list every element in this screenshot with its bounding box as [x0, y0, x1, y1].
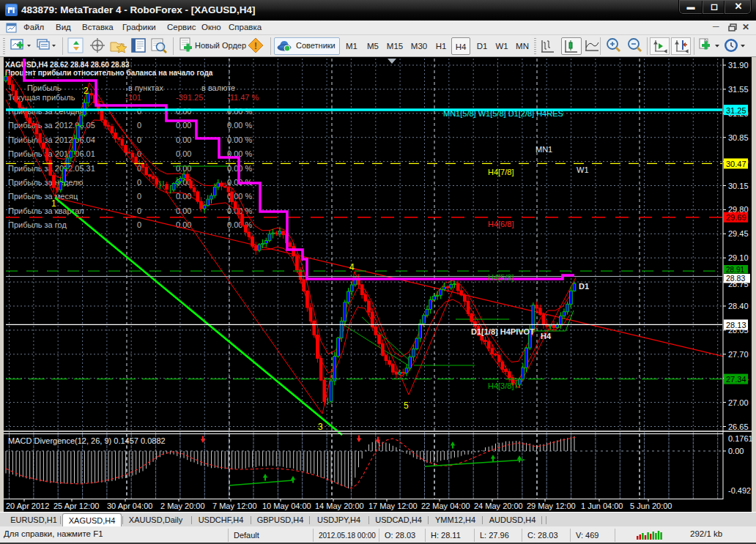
svg-text:в валюте: в валюте: [201, 83, 235, 92]
svg-text:0.00 %: 0.00 %: [227, 121, 252, 130]
svg-text:0.00: 0.00: [176, 107, 191, 116]
svg-text:10 May 04:00: 10 May 04:00: [262, 502, 311, 510]
svg-text:W1: W1: [577, 165, 589, 174]
svg-text:0.00: 0.00: [176, 149, 191, 158]
svg-text:MACD Divergence(12, 26, 9) 0.1: MACD Divergence(12, 26, 9) 0.1457 0.0882: [8, 436, 166, 445]
svg-text:30 Apr 04:00: 30 Apr 04:00: [107, 502, 152, 510]
svg-text:Прибыль за год: Прибыль за год: [8, 220, 67, 229]
svg-text:0.00: 0.00: [176, 206, 191, 215]
svg-text:Текущая прибыль: Текущая прибыль: [8, 93, 75, 102]
svg-text:24 May 20:00: 24 May 20:00: [474, 502, 523, 510]
svg-text:5 Jun 20:00: 5 Jun 20:00: [630, 502, 672, 510]
svg-text:30.15: 30.15: [728, 182, 749, 190]
svg-text:-11.47 %: -11.47 %: [227, 93, 259, 102]
svg-text:31.90: 31.90: [728, 61, 749, 70]
svg-text:H4[3/8]: H4[3/8]: [488, 381, 514, 390]
svg-text:0.00 %: 0.00 %: [227, 107, 252, 116]
svg-text:-0.492: -0.492: [728, 486, 751, 495]
svg-text:H4: H4: [541, 332, 552, 340]
svg-text:28.13: 28.13: [726, 321, 746, 329]
svg-text:29.10: 29.10: [728, 253, 749, 262]
svg-text:4: 4: [349, 262, 355, 272]
svg-text:0.00: 0.00: [728, 447, 744, 455]
svg-text:26.65: 26.65: [728, 422, 749, 431]
svg-text:31.25: 31.25: [726, 106, 746, 115]
svg-text:0.00: 0.00: [176, 135, 191, 144]
svg-text:0: 0: [137, 107, 141, 116]
svg-text:0.00 %: 0.00 %: [227, 135, 252, 144]
svg-text:MN1[5/8] W1[5/8] D1[2/8] H4RES: MN1[5/8] W1[5/8] D1[2/8] H4RES: [443, 109, 563, 118]
svg-text:28.83: 28.83: [726, 274, 745, 283]
svg-text:30.85: 30.85: [728, 133, 749, 142]
svg-text:0.1761: 0.1761: [728, 434, 752, 443]
svg-text:17 May 12:00: 17 May 12:00: [368, 502, 418, 510]
svg-text:29.69: 29.69: [726, 213, 746, 222]
svg-text:20 Apr 2012: 20 Apr 2012: [6, 502, 49, 510]
svg-text:Прибыль за квартал: Прибыль за квартал: [8, 206, 84, 215]
svg-text:Прибыль за неделю: Прибыль за неделю: [8, 178, 84, 187]
svg-text:7 May 12:00: 7 May 12:00: [212, 502, 257, 510]
svg-text:MN1: MN1: [536, 145, 552, 154]
svg-text:1 Jun 04:00: 1 Jun 04:00: [581, 502, 623, 510]
svg-text:28.40: 28.40: [728, 302, 749, 310]
svg-text:Процент прибыли относительно: Процент прибыли относительно баланса на …: [5, 69, 213, 77]
svg-text:Прибыль за 2012.06.04: Прибыль за 2012.06.04: [8, 135, 95, 144]
svg-text:29 May 12:00: 29 May 12:00: [527, 502, 576, 510]
svg-text:29.45: 29.45: [728, 229, 749, 238]
svg-text:27.00: 27.00: [728, 398, 749, 407]
svg-text:5: 5: [404, 400, 409, 411]
svg-text:14 May 20:00: 14 May 20:00: [315, 502, 364, 510]
svg-text:0: 0: [137, 178, 141, 187]
svg-text:Прибыль: Прибыль: [27, 83, 62, 92]
svg-text:27.70: 27.70: [728, 350, 749, 359]
svg-text:28.91: 28.91: [726, 266, 744, 274]
svg-text:0.00 %: 0.00 %: [227, 220, 252, 229]
svg-text:0: 0: [137, 220, 141, 229]
svg-text:0: 0: [137, 121, 141, 130]
svg-text:0: 0: [137, 192, 141, 201]
svg-text:30.47: 30.47: [726, 160, 746, 168]
svg-text:в пунктах: в пунктах: [128, 83, 163, 92]
svg-text:Прибыль за месяц: Прибыль за месяц: [8, 192, 78, 201]
svg-text:D1[1/8] H4PIVOT: D1[1/8] H4PIVOT: [471, 327, 535, 336]
svg-text:!: !: [254, 41, 257, 51]
svg-text:25 Apr 12:00: 25 Apr 12:00: [53, 502, 99, 510]
svg-text:H4[5/8]: H4[5/8]: [488, 273, 514, 282]
svg-text:0.00: 0.00: [176, 121, 191, 130]
svg-text:2 May 20:00: 2 May 20:00: [160, 502, 205, 510]
svg-text:-391.25: -391.25: [176, 93, 203, 102]
svg-text:0: 0: [137, 135, 141, 144]
svg-text:H4[7/8]: H4[7/8]: [488, 168, 514, 176]
svg-text:22 May 04:00: 22 May 04:00: [421, 502, 470, 510]
svg-text:3: 3: [318, 422, 323, 432]
svg-text:1: 1: [51, 198, 56, 209]
svg-text:2: 2: [84, 86, 89, 96]
svg-text:D1: D1: [579, 282, 589, 291]
svg-text:-101: -101: [125, 93, 141, 102]
svg-text:H4[6/8]: H4[6/8]: [488, 220, 514, 228]
svg-text:0: 0: [137, 206, 141, 215]
svg-text:27.34: 27.34: [726, 375, 746, 384]
svg-text:31.55: 31.55: [728, 85, 749, 94]
